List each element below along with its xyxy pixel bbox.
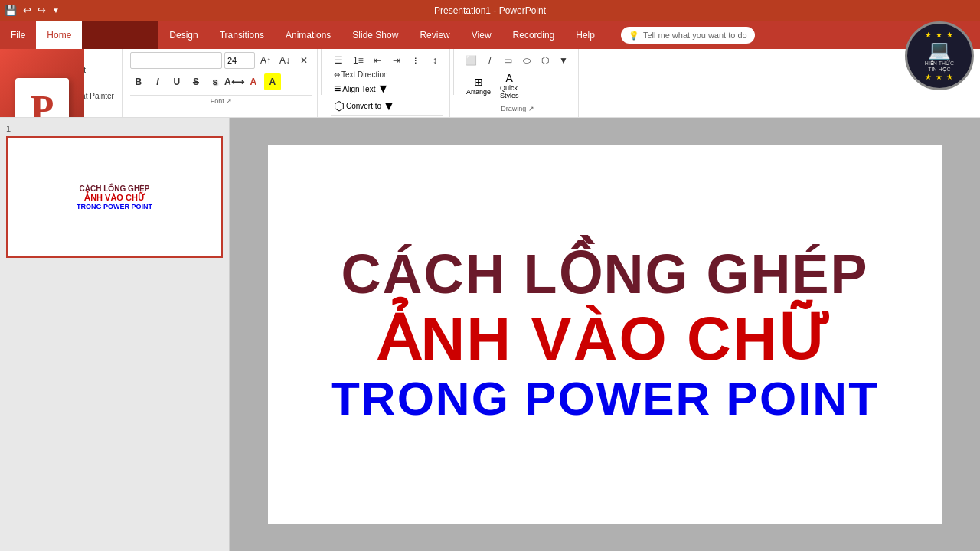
customize-button[interactable]: ▼ bbox=[51, 5, 61, 16]
columns-button[interactable]: ⫶ bbox=[407, 52, 424, 69]
shape-textbox[interactable]: ⬜ bbox=[463, 52, 480, 69]
line-spacing-button[interactable]: ↕ bbox=[426, 52, 443, 69]
shape-oval[interactable]: ⬭ bbox=[518, 52, 535, 69]
font-color-button[interactable]: A bbox=[245, 73, 262, 90]
text-direction-button[interactable]: ⇔ Text Direction bbox=[331, 69, 391, 80]
quick-styles-button[interactable]: A QuickStyles bbox=[497, 69, 522, 103]
thumb-line3: TRONG POWER POINT bbox=[77, 203, 152, 210]
underline-button[interactable]: U bbox=[168, 73, 185, 90]
drawing-group-label: Drawing ↗ bbox=[463, 103, 572, 112]
slide-thumbnail[interactable]: CÁCH LỒNG GHÉP ẢNH VÀO CHỮ TRONG POWER P… bbox=[6, 136, 223, 258]
slide-text-line1: CÁCH LỒNG GHÉP bbox=[341, 244, 868, 305]
shape-line[interactable]: / bbox=[482, 52, 498, 69]
decrease-indent-button[interactable]: ⇤ bbox=[369, 52, 386, 69]
slide-canvas[interactable]: CÁCH LỒNG GHÉP ẢNH VÀO CHỮ TRONG POWER P… bbox=[268, 145, 942, 524]
thumb-line1: CÁCH LỒNG GHÉP bbox=[80, 184, 150, 193]
increase-indent-button[interactable]: ⇥ bbox=[388, 52, 405, 69]
smart-lookup-button[interactable]: ⬛ bbox=[415, 117, 432, 118]
thumb-line2: ẢNH VÀO CHỮ bbox=[84, 193, 145, 203]
redo-button[interactable]: ↪ bbox=[36, 3, 47, 18]
increase-font-button[interactable]: A↑ bbox=[257, 52, 274, 69]
menu-slideshow[interactable]: Slide Show bbox=[341, 21, 409, 49]
menu-transitions[interactable]: Transitions bbox=[209, 21, 275, 49]
font-size-input[interactable] bbox=[224, 52, 255, 69]
convert-to-smartart-button[interactable]: ⬡ Convert to ▼ bbox=[331, 97, 398, 115]
save-button[interactable]: 💾 bbox=[3, 3, 18, 18]
char-spacing-button[interactable]: A⟷ bbox=[226, 73, 243, 90]
slide-panel: 1 CÁCH LỒNG GHÉP ẢNH VÀO CHỮ TRONG POWER… bbox=[0, 118, 230, 551]
canvas-area: CÁCH LỒNG GHÉP ẢNH VÀO CHỮ TRONG POWER P… bbox=[230, 118, 980, 551]
window-title: Presentation1 - PowerPoint bbox=[434, 5, 546, 16]
menu-design[interactable]: Design bbox=[158, 21, 208, 49]
format-painter-button[interactable]: 🖌 Format Painter bbox=[51, 90, 117, 102]
avatar-stars-top: ★ ★ ★ bbox=[925, 31, 954, 39]
drawing-expand-icon[interactable]: ↗ bbox=[528, 105, 534, 112]
menu-home[interactable]: Home bbox=[36, 21, 82, 49]
avatar-name: HIẾN THỨCTIN HỌC bbox=[925, 60, 954, 73]
clipboard-small-buttons: ✂ CutCut 📄 Copy 🖌 Format Painter bbox=[51, 52, 117, 114]
align-left-button[interactable]: ⬛ bbox=[341, 117, 358, 118]
avatar: ★ ★ ★ 💻 HIẾN THỨCTIN HỌC ★ ★ ★ bbox=[905, 21, 974, 90]
numbering-button[interactable]: 1≡ bbox=[350, 52, 367, 69]
font-group-label: Font ↗ bbox=[130, 95, 312, 105]
shape-other[interactable]: ⬡ bbox=[537, 52, 554, 69]
menu-recording[interactable]: Recording bbox=[502, 21, 566, 49]
decrease-font-button[interactable]: A↓ bbox=[276, 52, 293, 69]
undo-button[interactable]: ↩ bbox=[21, 3, 33, 18]
paragraph-group: ☰ 1≡ ⇤ ⇥ ⫶ ↕ ⇔ Text Direction ≡ Align Te… bbox=[325, 49, 450, 117]
drawing-group: ⬜ / ▭ ⬭ ⬡ ▼ ⊞ Arrange A QuickStyles Draw… bbox=[457, 49, 579, 117]
menu-bar: File Home Design Transitions Animations … bbox=[0, 21, 980, 49]
clipboard-label: Clipboard bbox=[5, 108, 34, 116]
copy-button[interactable]: 📄 Copy bbox=[51, 77, 117, 89]
quick-access-toolbar: 💾 ↩ ↪ ▼ bbox=[3, 3, 61, 18]
align-right-button[interactable]: ⬛ bbox=[378, 117, 395, 118]
font-group: A↑ A↓ ✕ B I U S s A⟷ A A Font ↗ bbox=[126, 49, 318, 117]
tell-me-text: Tell me what you want to do bbox=[643, 31, 747, 40]
shadow-button[interactable]: s bbox=[207, 73, 224, 90]
menu-view[interactable]: View bbox=[461, 21, 502, 49]
avatar-computer-icon: 💻 bbox=[928, 39, 951, 60]
font-expand-icon[interactable]: ↗ bbox=[226, 97, 232, 105]
bold-button[interactable]: B bbox=[130, 73, 147, 90]
clipboard-group: 📋 Paste ✂ CutCut 📄 Copy 🖌 Format Painter… bbox=[3, 49, 122, 117]
highlight-button[interactable]: A bbox=[264, 73, 281, 90]
ribbon: 📋 Paste ✂ CutCut 📄 Copy 🖌 Format Painter… bbox=[0, 49, 980, 118]
menu-help[interactable]: Help bbox=[565, 21, 606, 49]
menu-review[interactable]: Review bbox=[409, 21, 460, 49]
slide-text-line2: ẢNH VÀO CHỮ bbox=[377, 305, 833, 373]
cut-button[interactable]: ✂ CutCut bbox=[51, 64, 117, 76]
font-name-input[interactable] bbox=[130, 52, 222, 69]
avatar-stars-bottom: ★ ★ ★ bbox=[925, 73, 954, 81]
shape-more[interactable]: ▼ bbox=[555, 52, 572, 69]
justify-button[interactable]: ⬛ bbox=[397, 117, 413, 118]
arrange-button[interactable]: ⊞ Arrange bbox=[463, 73, 494, 99]
slide-number-label: 1 bbox=[6, 124, 223, 133]
main-area: 1 CÁCH LỒNG GHÉP ẢNH VÀO CHỮ TRONG POWER… bbox=[0, 118, 980, 551]
menu-animations[interactable]: Animations bbox=[275, 21, 341, 49]
bullets-button[interactable]: ☰ bbox=[331, 52, 348, 69]
menu-file[interactable]: File bbox=[0, 21, 36, 49]
lightbulb-icon: 💡 bbox=[629, 31, 639, 41]
clear-formatting-button[interactable]: ✕ bbox=[296, 52, 312, 69]
paste-button[interactable]: 📋 Paste bbox=[8, 52, 51, 114]
strikethrough-button[interactable]: S bbox=[188, 73, 204, 90]
slide-text-line3: TRONG POWER POINT bbox=[331, 373, 879, 425]
italic-button[interactable]: I bbox=[149, 73, 166, 90]
tell-me-box[interactable]: 💡 Tell me what you want to do bbox=[621, 27, 755, 44]
align-center-button[interactable]: ⬛ bbox=[360, 117, 377, 118]
shape-rect[interactable]: ▭ bbox=[500, 52, 517, 69]
align-text-button[interactable]: ≡ Align Text ▼ bbox=[331, 80, 392, 97]
